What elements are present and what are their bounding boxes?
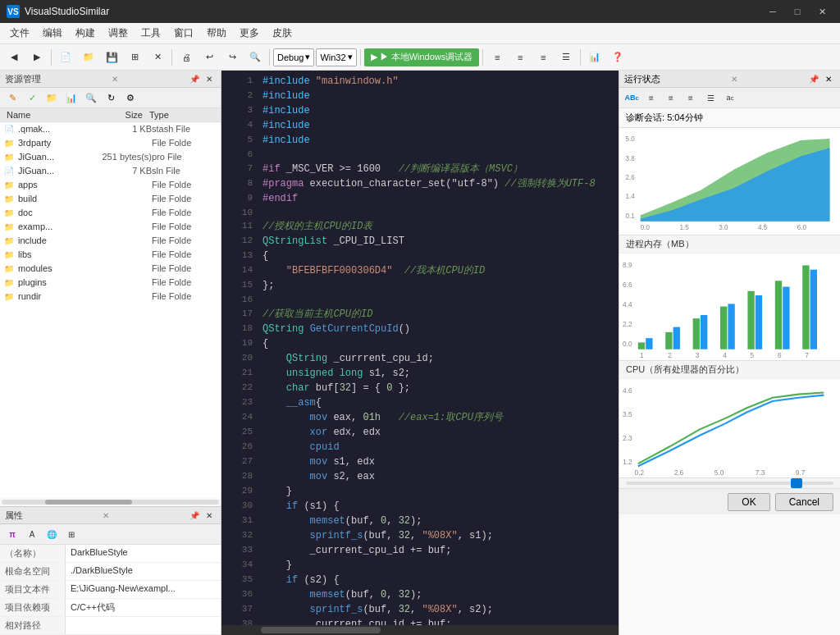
toolbar-sep-6	[580, 49, 581, 66]
props-tb-pi[interactable]: π	[3, 526, 21, 542]
menu-tools[interactable]: 工具	[135, 25, 167, 42]
line-number: 29	[228, 484, 253, 499]
prop-row: 根命名空间 ./DarkBlueStyle	[0, 563, 221, 581]
res-tb-edit[interactable]: ✎	[3, 89, 21, 106]
close-doc-button[interactable]: ✕	[147, 48, 168, 67]
align-right-button[interactable]: ≡	[532, 48, 554, 67]
ok-button[interactable]: OK	[728, 493, 769, 511]
file-row[interactable]: 📁 apps File Folde	[0, 178, 221, 192]
res-tb-check[interactable]: ✓	[23, 89, 41, 106]
file-name: 📁 libs	[3, 249, 94, 260]
chart-section-3: CPU（所有处理器的百分比） 4.6 3.5 2.3 1.2 0.2 2.6 5…	[619, 361, 840, 478]
redo-button[interactable]: ↪	[221, 48, 243, 67]
properties-header: 属性 ✕ 📌 ✕	[0, 507, 221, 524]
file-row[interactable]: 📁 plugins File Folde	[0, 276, 221, 290]
minimize-button[interactable]: ─	[761, 0, 784, 23]
new-file-button[interactable]: 📄	[55, 48, 76, 67]
props-tb-grid[interactable]: ⊞	[62, 526, 80, 542]
debug-dropdown[interactable]: Debug ▾	[273, 48, 314, 66]
right-tb-align2[interactable]: ≡	[662, 89, 680, 106]
file-row[interactable]: 📁 3rdparty File Folde	[0, 136, 221, 150]
menu-file[interactable]: 文件	[3, 25, 36, 42]
props-tb-font[interactable]: A	[23, 526, 41, 542]
svg-rect-20	[673, 327, 680, 349]
chart-button[interactable]: 📊	[584, 48, 605, 67]
align-left-button[interactable]: ≡	[486, 48, 508, 67]
file-row[interactable]: 📁 JiGuan... 251 bytes(s) pro File	[0, 150, 221, 164]
run-button[interactable]: ▶ ▶ 本地Windows调试器	[364, 48, 480, 66]
list-button[interactable]: ☰	[555, 48, 577, 67]
file-row[interactable]: 📁 examp... File Folde	[0, 220, 221, 234]
align-center-button[interactable]: ≡	[509, 48, 531, 67]
platform-dropdown[interactable]: Win32 ▾	[316, 48, 356, 66]
file-type: File Folde	[152, 291, 217, 301]
file-tree-scrollbar[interactable]	[2, 500, 219, 505]
code-line: 27 mov s1, edx	[221, 455, 619, 469]
maximize-button[interactable]: □	[786, 0, 809, 23]
help-toolbar-button[interactable]: ❓	[607, 48, 628, 67]
save-all-button[interactable]: ⊞	[124, 48, 145, 67]
cancel-button[interactable]: Cancel	[775, 493, 833, 511]
file-row[interactable]: 📁 build File Folde	[0, 192, 221, 206]
file-name-text: build	[18, 194, 37, 203]
file-name: 📄 .qmak...	[3, 123, 94, 135]
menu-build[interactable]: 构建	[69, 25, 102, 42]
props-tb-globe[interactable]: 🌐	[43, 526, 61, 542]
file-row[interactable]: 📁 modules File Folde	[0, 262, 221, 276]
file-type: File Folde	[152, 249, 217, 259]
file-row[interactable]: 📄 JiGuan... 7 KB sln File	[0, 164, 221, 178]
res-tb-folder[interactable]: 📁	[43, 89, 61, 106]
right-tb-list[interactable]: ☰	[701, 89, 719, 106]
file-row[interactable]: 📄 .qmak... 1 KB stash File	[0, 122, 221, 136]
code-line: 31 memset(buf, 0, 32);	[221, 514, 619, 528]
file-name-text: JiGuan...	[18, 166, 54, 176]
forward-button[interactable]: ▶	[26, 48, 48, 67]
menu-adjust[interactable]: 调整	[102, 25, 135, 42]
file-row[interactable]: 📁 doc File Folde	[0, 206, 221, 220]
code-text: #endif	[262, 191, 298, 206]
code-scrollbar[interactable]	[221, 625, 619, 635]
right-tb-filter[interactable]: ac	[721, 89, 739, 106]
right-panel-close[interactable]: ✕	[822, 72, 835, 85]
props-pin[interactable]: 📌	[188, 509, 201, 522]
save-button[interactable]: 💾	[101, 48, 122, 67]
line-number: 36	[228, 587, 253, 602]
props-close[interactable]: ✕	[203, 509, 216, 522]
right-panel-pin[interactable]: 📌	[807, 72, 820, 85]
code-content[interactable]: 1 #include "mainwindow.h" 2 #include 3 #…	[221, 71, 619, 625]
code-line: 7 #if _MSC_VER >= 1600 //判断编译器版本（MSVC）	[221, 162, 619, 176]
prop-value: ./DarkBlueStyle	[66, 563, 221, 580]
chart-area-1: 5.0 3.8 2.6 1.4 0.1 0.0 1.5 3.0 4.5 6.0	[619, 128, 840, 235]
resource-panel-close[interactable]: ✕	[203, 72, 216, 85]
file-row[interactable]: 📁 rundir File Folde	[0, 290, 221, 304]
menu-more[interactable]: 更多	[233, 25, 266, 42]
res-tb-chart[interactable]: 📊	[62, 89, 80, 106]
close-button[interactable]: ✕	[810, 0, 833, 23]
file-row[interactable]: 📁 include File Folde	[0, 234, 221, 248]
undo-button[interactable]: ↩	[199, 48, 220, 67]
right-tb-abc[interactable]: ABc	[623, 89, 641, 106]
svg-rect-29	[802, 265, 809, 349]
menu-window[interactable]: 窗口	[167, 25, 200, 42]
code-editor[interactable]: 1 #include "mainwindow.h" 2 #include 3 #…	[221, 71, 619, 635]
open-button[interactable]: 📁	[78, 48, 99, 67]
right-tb-align3[interactable]: ≡	[682, 89, 700, 106]
menu-skin[interactable]: 皮肤	[266, 25, 299, 42]
resource-panel-pin[interactable]: 📌	[188, 72, 201, 85]
res-tb-settings[interactable]: ⚙	[121, 89, 139, 106]
res-tb-search[interactable]: 🔍	[82, 89, 100, 106]
app-title: VisualStudioSimilar	[25, 6, 109, 17]
slider-track[interactable]	[626, 482, 833, 485]
print-button[interactable]: 🖨	[176, 48, 197, 67]
code-line: 37 sprintf_s(buf, 32, "%08X", s2);	[221, 602, 619, 617]
menu-help[interactable]: 帮助	[200, 25, 233, 42]
line-number: 30	[228, 499, 253, 514]
menu-edit[interactable]: 编辑	[36, 25, 69, 42]
right-tb-align1[interactable]: ≡	[642, 89, 660, 106]
back-button[interactable]: ◀	[3, 48, 25, 67]
slider-thumb[interactable]	[791, 478, 802, 488]
file-row[interactable]: 📁 libs File Folde	[0, 248, 221, 262]
file-size: 7 KB	[94, 166, 152, 176]
search-button[interactable]: 🔍	[244, 48, 266, 67]
res-tb-refresh[interactable]: ↻	[102, 89, 120, 106]
